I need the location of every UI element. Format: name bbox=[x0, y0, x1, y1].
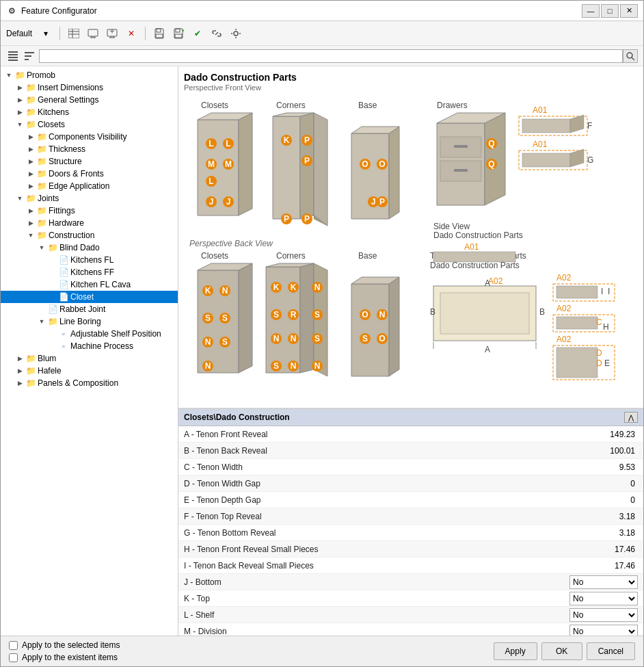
expand-insert-dim[interactable]: ▶ bbox=[14, 82, 25, 93]
tree-item-kitchens-fl[interactable]: ▶ 📄 Kitchens FL bbox=[1, 254, 178, 266]
tree-item-kitchen-fl-cava[interactable]: ▶ 📄 Kitchen FL Cava bbox=[1, 278, 178, 291]
expand-line-boring[interactable]: ▼ bbox=[36, 316, 47, 327]
svg-text:Base: Base bbox=[358, 251, 377, 261]
svg-text:J: J bbox=[209, 197, 214, 207]
props-rows-container: A - Tenon Front Reveal149.23B - Tenon Ba… bbox=[178, 426, 643, 636]
tree-item-doors[interactable]: ▶ 📁 Doors & Fronts bbox=[1, 168, 178, 180]
svg-text:B: B bbox=[430, 307, 435, 317]
tree-item-promob[interactable]: ▼ 📁 Promob bbox=[1, 69, 178, 81]
expand-joints[interactable]: ▼ bbox=[14, 193, 25, 204]
dropdown-arrow[interactable]: ▾ bbox=[38, 25, 54, 42]
expand-hardware[interactable]: ▶ bbox=[25, 218, 36, 228]
maximize-button[interactable]: □ bbox=[601, 4, 619, 18]
expand-structure[interactable]: ▶ bbox=[25, 156, 36, 167]
tree-item-closet[interactable]: ▶ 📄 Closet bbox=[1, 291, 178, 303]
table-view-button[interactable] bbox=[66, 25, 82, 42]
expand-blind-dado[interactable]: ▼ bbox=[36, 242, 47, 253]
folder-icon-comp-vis: 📁 bbox=[36, 131, 47, 142]
folder-icon-thickness: 📁 bbox=[36, 144, 47, 155]
svg-text:S: S bbox=[314, 334, 320, 343]
ok-button[interactable]: OK bbox=[541, 642, 582, 660]
save2-button[interactable]: ✓ bbox=[170, 25, 187, 42]
prop-value: 9.53 bbox=[559, 462, 641, 472]
tree-item-rabbet-joint[interactable]: ▶ 📄 Rabbet Joint bbox=[1, 303, 178, 315]
expand-blum[interactable]: ▶ bbox=[14, 353, 25, 364]
prop-select[interactable]: NoYes bbox=[569, 625, 638, 636]
expand-general[interactable]: ▶ bbox=[14, 94, 25, 105]
folder-icon-blind-dado: 📁 bbox=[47, 242, 58, 253]
folder-icon-construction: 📁 bbox=[36, 230, 47, 241]
tree-item-panels[interactable]: ▶ 📁 Panels & Composition bbox=[1, 377, 178, 389]
svg-text:S: S bbox=[222, 337, 228, 347]
prop-select[interactable]: NoYes bbox=[569, 575, 638, 589]
expand-panels[interactable]: ▶ bbox=[14, 378, 25, 389]
minimize-button[interactable]: — bbox=[582, 4, 600, 18]
expand-construction[interactable]: ▼ bbox=[25, 230, 36, 241]
monitor-button[interactable] bbox=[85, 25, 101, 42]
apply-selected-checkbox[interactable] bbox=[9, 641, 18, 650]
svg-text:S: S bbox=[222, 313, 228, 323]
expand-comp-vis[interactable]: ▶ bbox=[25, 131, 36, 142]
profile-dropdown[interactable]: ▾ bbox=[38, 25, 54, 42]
svg-text:S: S bbox=[314, 310, 320, 319]
search-input[interactable] bbox=[39, 49, 623, 63]
tree-label-kitchens-ff: Kitchens FF bbox=[70, 267, 114, 277]
tree-item-blum[interactable]: ▶ 📁 Blum bbox=[1, 352, 178, 365]
tree-item-joints[interactable]: ▼ 📁 Joints bbox=[1, 192, 178, 205]
svg-text:Q: Q bbox=[488, 159, 494, 169]
tree-item-structure[interactable]: ▶ 📁 Structure bbox=[1, 155, 178, 168]
settings-button[interactable] bbox=[228, 25, 244, 42]
monitor2-button[interactable]: + bbox=[104, 25, 120, 42]
tree-item-hafele[interactable]: ▶ 📁 Hafele bbox=[1, 365, 178, 377]
apply-button[interactable]: Apply bbox=[494, 642, 537, 660]
cancel-button[interactable]: Cancel bbox=[587, 642, 635, 660]
expand-promob[interactable]: ▼ bbox=[3, 70, 14, 81]
svg-text:A02: A02 bbox=[556, 304, 572, 313]
folder-icon-panels: 📁 bbox=[25, 378, 36, 389]
prop-label: I - Tenon Back Reveal Small Pieces bbox=[178, 561, 559, 571]
tree-item-kitchens[interactable]: ▶ 📁 Kitchens bbox=[1, 106, 178, 118]
expand-edge-app[interactable]: ▶ bbox=[25, 181, 36, 192]
tree-item-hardware[interactable]: ▶ 📁 Hardware bbox=[1, 217, 178, 229]
svg-rect-83 bbox=[454, 169, 468, 172]
expand-doors[interactable]: ▶ bbox=[25, 168, 36, 179]
folder-icon-general: 📁 bbox=[25, 94, 36, 105]
tree-item-general[interactable]: ▶ 📁 General Settings bbox=[1, 94, 178, 106]
file-icon-rabbet-joint: 📄 bbox=[47, 304, 58, 315]
svg-text:A01: A01 bbox=[533, 105, 548, 115]
tree-item-blind-dado[interactable]: ▼ 📁 Blind Dado bbox=[1, 241, 178, 254]
prop-label: A - Tenon Front Reveal bbox=[178, 430, 559, 439]
expand-closets[interactable]: ▼ bbox=[14, 119, 25, 130]
close-button[interactable]: ✕ bbox=[620, 4, 638, 18]
delete-button[interactable]: ✕ bbox=[123, 25, 139, 42]
collapse-button[interactable]: ⋀ bbox=[624, 412, 638, 423]
tree-item-adj-shelf[interactable]: ▶ ▫ Adjustable Shelf Position bbox=[1, 328, 178, 340]
svg-marker-121 bbox=[300, 263, 314, 373]
link-button[interactable] bbox=[209, 25, 225, 42]
svg-text:N: N bbox=[205, 337, 211, 347]
check-button[interactable]: ✔ bbox=[189, 25, 206, 42]
file-icon-kitchen-fl-cava: 📄 bbox=[58, 279, 69, 290]
expand-fittings[interactable]: ▶ bbox=[25, 205, 36, 216]
prop-select[interactable]: NoYes bbox=[569, 592, 638, 605]
tree-item-insert-dim[interactable]: ▶ 📁 Insert Dimensions bbox=[1, 81, 178, 94]
expand-hafele[interactable]: ▶ bbox=[14, 365, 25, 376]
tree-item-kitchens-ff[interactable]: ▶ 📄 Kitchens FF bbox=[1, 266, 178, 278]
prop-value: 100.01 bbox=[559, 446, 641, 456]
search-button[interactable] bbox=[623, 49, 638, 63]
tree-item-closets[interactable]: ▼ 📁 Closets bbox=[1, 118, 178, 131]
tree-item-construction[interactable]: ▼ 📁 Construction bbox=[1, 229, 178, 241]
svg-text:A01: A01 bbox=[464, 242, 479, 252]
expand-thickness[interactable]: ▶ bbox=[25, 144, 36, 155]
tree-item-fittings[interactable]: ▶ 📁 Fittings bbox=[1, 205, 178, 217]
tree-item-comp-vis[interactable]: ▶ 📁 Components Visibility bbox=[1, 131, 178, 143]
apply-existent-checkbox[interactable] bbox=[9, 653, 18, 662]
tree-item-edge-app[interactable]: ▶ 📁 Edge Application bbox=[1, 180, 178, 192]
folder-icon-insert-dim: 📁 bbox=[25, 82, 36, 93]
tree-item-line-boring[interactable]: ▼ 📁 Line Boring bbox=[1, 315, 178, 328]
prop-select[interactable]: NoYes bbox=[569, 608, 638, 622]
expand-kitchens[interactable]: ▶ bbox=[14, 107, 25, 118]
tree-item-machine-process[interactable]: ▶ ▫ Machine Process bbox=[1, 340, 178, 352]
tree-item-thickness[interactable]: ▶ 📁 Thickness bbox=[1, 143, 178, 155]
save-button[interactable] bbox=[151, 25, 167, 42]
